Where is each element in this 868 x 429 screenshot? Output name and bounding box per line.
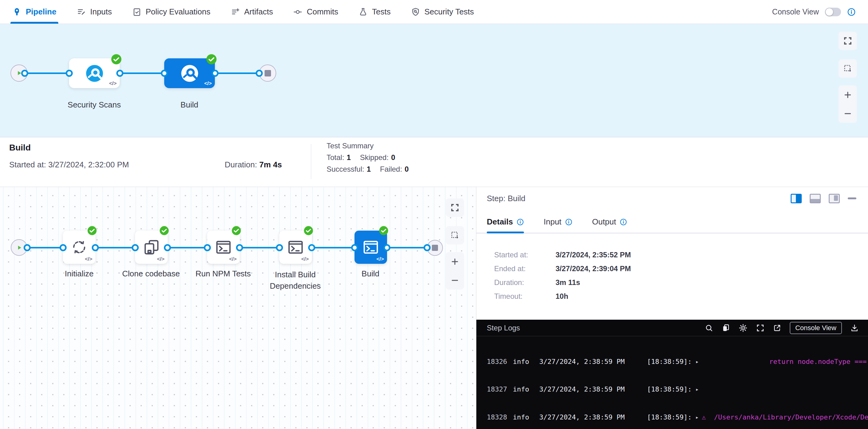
settings-gear-icon[interactable]	[739, 324, 748, 333]
detail-value: 3m 11s	[556, 278, 580, 287]
zoom-in-button[interactable]	[839, 85, 857, 104]
stage-duration: Duration: 7m 4s	[225, 160, 282, 170]
edge-port	[351, 244, 358, 251]
step-node-install-build-dependencies[interactable]: </>	[279, 231, 312, 264]
copy-icon[interactable]	[722, 324, 730, 332]
marquee-select-button[interactable]	[446, 226, 464, 244]
stage-node-build[interactable]: </>	[164, 58, 215, 88]
step-label[interactable]: Install Build Dependencies	[254, 269, 337, 292]
info-icon[interactable]	[565, 218, 572, 226]
commit-icon	[293, 7, 302, 17]
expand-canvas-button[interactable]	[446, 198, 464, 217]
info-icon[interactable]	[620, 218, 627, 226]
sync-icon	[70, 238, 88, 256]
expand-arrow-icon[interactable]: ▸	[695, 358, 701, 365]
step-node-clone-codebase[interactable]: </>	[135, 231, 167, 264]
detail-value: 10h	[556, 292, 568, 301]
minimize-panel-icon[interactable]	[848, 197, 856, 199]
step-node-initialize[interactable]: </>	[63, 231, 95, 264]
tab-artifacts[interactable]: Artifacts	[231, 0, 273, 24]
stage-graph-canvas[interactable]: </> </> Security Scans Build	[0, 24, 868, 137]
log-line: 18327info3/27/2024, 2:38:59 PM[18:38:59]…	[476, 383, 868, 396]
log-line-number: 18326	[487, 358, 507, 365]
tab-input[interactable]: Input	[544, 217, 572, 233]
edge-port	[116, 70, 123, 77]
edge-port	[424, 244, 431, 251]
edge-port	[132, 244, 139, 251]
log-prefix: [18:38:59]:	[647, 413, 692, 421]
edge-port	[92, 244, 99, 251]
console-view-toggle[interactable]	[825, 8, 841, 16]
bottom-layout-icon[interactable]	[810, 194, 821, 203]
step-node-run-npm-tests[interactable]: </>	[207, 231, 240, 264]
split-view-icon[interactable]	[790, 194, 802, 203]
tab-commits[interactable]: Commits	[293, 0, 338, 24]
step-label[interactable]: Clone codebase	[122, 269, 180, 278]
stage-summary-bar: Build Started at: 3/27/2024, 2:32:00 PM …	[0, 137, 868, 187]
zoom-out-button[interactable]	[839, 104, 857, 123]
tab-label: Details	[487, 217, 513, 226]
marquee-select-button[interactable]	[839, 59, 857, 78]
step-node-build[interactable]: </>	[354, 231, 387, 264]
duration-value: 7m 4s	[259, 160, 282, 169]
code-badge: </>	[109, 81, 117, 87]
tab-output[interactable]: Output	[592, 217, 627, 233]
step-logs-section: Step Logs Console View 18326info3/27/202…	[476, 320, 868, 429]
success-check-badge	[206, 54, 217, 65]
log-line: 18326info3/27/2024, 2:38:59 PM[18:38:59]…	[476, 355, 868, 368]
info-icon[interactable]	[517, 218, 524, 226]
total-value: 1	[346, 153, 350, 162]
open-external-icon[interactable]	[773, 324, 781, 332]
successful-value: 1	[367, 165, 371, 174]
terminal-icon	[286, 238, 305, 256]
failed-label: Failed:	[380, 165, 402, 174]
right-layout-icon[interactable]	[829, 194, 840, 203]
tab-inputs[interactable]: Inputs	[77, 0, 112, 24]
success-check-badge	[87, 226, 97, 236]
tab-pipeline[interactable]: Pipeline	[12, 0, 57, 24]
security-scan-logo-icon	[180, 63, 200, 84]
stage-node-security-scans[interactable]: </>	[69, 58, 120, 88]
info-icon[interactable]	[847, 8, 856, 16]
step-label[interactable]: Build	[362, 269, 379, 278]
console-view-button[interactable]: Console View	[790, 322, 842, 334]
step-label[interactable]: Run NPM Tests	[195, 269, 251, 278]
log-output[interactable]: 18326info3/27/2024, 2:38:59 PM[18:38:59]…	[476, 336, 868, 429]
fullscreen-icon[interactable]	[756, 324, 765, 332]
tab-tests[interactable]: Tests	[359, 0, 391, 24]
log-line-number: 18328	[487, 413, 507, 421]
inputs-icon	[77, 7, 86, 17]
log-prefix: [18:38:59]:	[647, 386, 692, 393]
detail-row: Started at: 3/27/2024, 2:35:52 PM	[494, 248, 859, 262]
edge-port	[66, 70, 73, 77]
detail-value: 3/27/2024, 2:35:52 PM	[556, 251, 631, 259]
skipped-value: 0	[391, 153, 395, 162]
zoom-out-button[interactable]	[446, 271, 464, 289]
success-check-badge	[379, 226, 389, 236]
edge-port	[236, 244, 243, 251]
tab-policy-evaluations[interactable]: Policy Evaluations	[132, 0, 211, 24]
stage-label[interactable]: Security Scans	[67, 100, 121, 110]
step-label[interactable]: Initialize	[65, 269, 94, 278]
tab-security-tests[interactable]: Security Tests	[411, 0, 474, 24]
clone-icon	[142, 238, 160, 256]
detail-value: 3/27/2024, 2:39:04 PM	[556, 265, 631, 273]
download-icon[interactable]	[850, 324, 859, 332]
detail-row: Ended at: 3/27/2024, 2:39:04 PM	[494, 262, 859, 275]
tab-label: Artifacts	[244, 7, 273, 17]
search-icon[interactable]	[705, 324, 713, 332]
tab-label: Pipeline	[26, 7, 57, 17]
step-graph-canvas[interactable]: </> </> </> </>	[0, 187, 476, 429]
zoom-in-button[interactable]	[446, 252, 464, 271]
stage-label[interactable]: Build	[181, 100, 198, 110]
tab-details[interactable]: Details	[487, 217, 524, 233]
code-badge: </>	[157, 256, 164, 262]
expand-canvas-button[interactable]	[839, 32, 857, 50]
stage-title: Build	[9, 143, 31, 153]
expand-arrow-icon[interactable]: ▸	[695, 386, 701, 393]
list-plus-icon	[231, 7, 240, 17]
detail-label: Ended at:	[494, 265, 556, 273]
expand-arrow-icon[interactable]: ▸	[695, 414, 699, 420]
success-check-badge	[159, 226, 169, 236]
log-message: return node.nodeType ===	[704, 358, 867, 365]
